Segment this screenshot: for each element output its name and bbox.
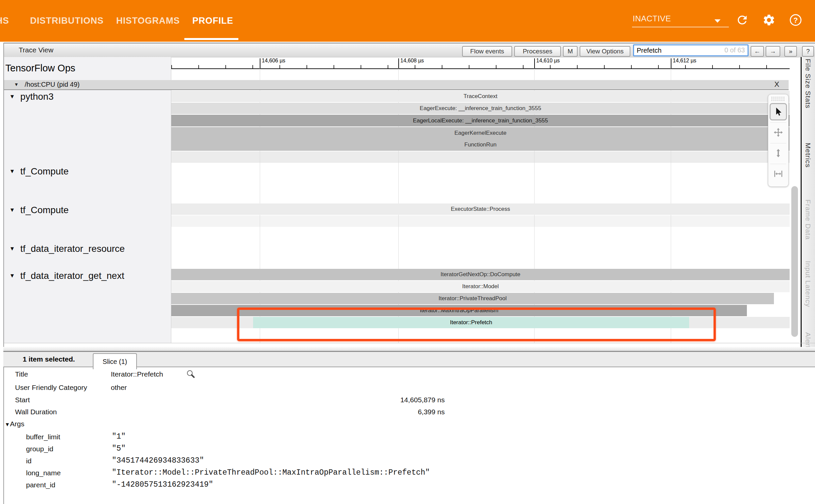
triangle-down-icon: ▼	[5, 422, 10, 427]
flow-events-button[interactable]: Flow events	[462, 46, 512, 57]
track-group-label: python3	[20, 91, 54, 102]
trace-help-button[interactable]: ?	[802, 46, 814, 57]
trace-slice-iterator-maxintraopparallelism[interactable]: Iterator::MaxIntraOpParallelism	[171, 305, 747, 316]
ruler-tick-label: 14,612 µs	[673, 58, 696, 64]
sidebar-tab-input-latency[interactable]: Input Latency	[804, 261, 812, 307]
trace-slice-functionrun[interactable]: FunctionRun	[171, 139, 790, 151]
collapse-triangle-icon: ▼	[9, 245, 15, 252]
button-label: Flow events	[470, 48, 504, 55]
slice-label: EagerLocalExecute: __inference_train_fun…	[413, 117, 548, 124]
trace-search-box: 0 of 63	[633, 44, 749, 56]
track-group-tf-compute-1[interactable]: ▼tf_Compute	[9, 166, 69, 177]
selection-status: 1 item selected.	[23, 355, 75, 363]
button-label: Processes	[523, 48, 553, 55]
trace-slice-eagerexecute[interactable]: EagerExecute: __inference_train_function…	[171, 103, 790, 114]
slice-label: EagerExecute: __inference_train_function…	[420, 105, 541, 112]
trace-tool-palette	[768, 94, 789, 187]
settings-gear-icon[interactable]	[762, 13, 776, 27]
ruler-major-tick: 14,608 µs	[398, 58, 399, 68]
sidebar-tab-metrics[interactable]: Metrics	[804, 143, 812, 168]
search-result-count: 0 of 63	[725, 46, 745, 54]
refresh-icon[interactable]	[736, 13, 749, 27]
m-button[interactable]: M	[563, 46, 578, 57]
arg-value: "345174426934833633"	[112, 456, 204, 465]
field-label-title: Title	[15, 370, 28, 378]
slice-label: FunctionRun	[464, 141, 496, 148]
dropdown-underline	[632, 27, 729, 27]
view-options-button[interactable]: View Options	[580, 46, 630, 57]
field-value-start: 14,605,879 ns	[234, 396, 445, 404]
tab-histograms[interactable]: HISTOGRAMS	[116, 0, 180, 42]
trace-slice-tracecontext[interactable]: TraceContext	[171, 91, 790, 102]
section-label-tensorflow-ops: TensorFlow Ops	[5, 63, 75, 74]
collapse-triangle-icon: ▼	[9, 273, 15, 279]
trace-view-title: Trace View	[19, 46, 53, 54]
run-status-dropdown[interactable]: INACTIVE	[633, 14, 671, 23]
pan-arrows-icon	[773, 127, 784, 138]
trace-slice-eagerkernelexecute[interactable]: EagerKernelExecute	[171, 127, 790, 139]
more-button[interactable]: »	[784, 46, 797, 57]
arg-value: "1"	[112, 432, 126, 441]
palette-drag-handle[interactable]	[771, 96, 786, 101]
prev-result-button[interactable]: ←	[751, 46, 764, 57]
args-section-toggle[interactable]: ▼Args	[5, 420, 24, 428]
track-group-tf-data-iterator-resource[interactable]: ▼tf_data_iterator_resource	[9, 243, 125, 254]
magnifier-icon[interactable]	[186, 369, 196, 379]
slice-label: TraceContext	[463, 93, 497, 100]
panel-splitter[interactable]	[3, 347, 815, 352]
processes-button[interactable]: Processes	[514, 46, 561, 57]
field-label-category: User Friendly Category	[15, 384, 87, 392]
field-value-category: other	[111, 384, 127, 392]
arg-key: buffer_limit	[26, 433, 60, 441]
tab-slice[interactable]: Slice (1)	[93, 353, 137, 369]
slice-label: Iterator::Model	[462, 283, 499, 290]
slice-label: Iterator::MaxIntraOpParallelism	[420, 307, 498, 314]
trace-slice-iteratorgetnextop[interactable]: IteratorGetNextOp::DoCompute	[171, 269, 790, 280]
timing-span-icon	[773, 168, 784, 179]
ruler-major-tick: 14,606 µs	[260, 58, 260, 68]
button-label: View Options	[586, 48, 624, 55]
zoom-tool-button[interactable]	[770, 144, 787, 162]
slice-label: ExecutorState::Process	[451, 206, 510, 212]
question-icon: ?	[806, 48, 810, 55]
trace-slice-executorstate-process[interactable]: ExecutorState::Process	[171, 203, 790, 215]
trace-slice-iterator-privatethreadpool[interactable]: Iterator::PrivateThreadPool	[171, 293, 774, 304]
collapse-triangle-icon[interactable]: ▼	[14, 82, 19, 87]
arg-key: long_name	[26, 469, 61, 477]
trace-slice-iterator-prefetch-selected[interactable]: Iterator::Prefetch	[253, 317, 689, 328]
tab-label: HS	[0, 16, 9, 26]
tab-label: HISTOGRAMS	[116, 16, 180, 26]
ruler-tick-label: 14,610 µs	[536, 58, 560, 64]
tab-graphs-cutoff[interactable]: HS	[0, 0, 9, 42]
vertical-scrollbar-thumb[interactable]	[791, 186, 798, 337]
select-tool-button[interactable]	[770, 103, 787, 120]
process-header-host-cpu[interactable]: ▼ /host:CPU (pid 49) X	[4, 80, 789, 90]
sidebar-tab-file-size-stats[interactable]: File Size Stats	[804, 59, 812, 108]
field-label-start: Start	[15, 396, 30, 404]
track-group-tf-data-iterator-get-next[interactable]: ▼tf_data_iterator_get_next	[9, 271, 124, 281]
track-group-tf-compute-2[interactable]: ▼tf_Compute	[9, 205, 69, 215]
top-navigation-bar: HS DISTRIBUTIONS HISTOGRAMS PROFILE INAC…	[0, 0, 815, 42]
track-group-python3[interactable]: ▼python3	[9, 91, 53, 102]
help-icon[interactable]: ?	[789, 13, 802, 27]
arg-key: id	[26, 457, 31, 465]
close-process-button[interactable]: X	[774, 80, 779, 89]
next-result-button[interactable]: →	[766, 46, 780, 57]
tab-profile[interactable]: PROFILE	[192, 0, 233, 42]
search-input[interactable]	[636, 46, 718, 55]
timing-tool-button[interactable]	[770, 165, 787, 182]
ruler-tick-label: 14,608 µs	[400, 58, 424, 64]
trace-slice-iterator-model[interactable]: Iterator::Model	[171, 281, 790, 292]
trace-slice-eagerlocalexecute[interactable]: EagerLocalExecute: __inference_train_fun…	[171, 115, 790, 126]
arg-value: "-1428057513162923419"	[112, 480, 213, 489]
process-header-label: /host:CPU (pid 49)	[25, 81, 80, 88]
caret-down-icon[interactable]	[713, 17, 722, 24]
sidebar-tab-frame-data[interactable]: Frame Data	[804, 199, 812, 240]
pan-tool-button[interactable]	[770, 124, 787, 141]
tab-distributions[interactable]: DISTRIBUTIONS	[30, 0, 104, 42]
args-section-label: Args	[10, 420, 24, 428]
svg-text:?: ?	[793, 16, 798, 24]
arg-value: "5"	[112, 444, 126, 453]
cursor-arrow-icon	[773, 107, 783, 117]
ruler-major-tick: 14,612 µs	[671, 58, 671, 68]
